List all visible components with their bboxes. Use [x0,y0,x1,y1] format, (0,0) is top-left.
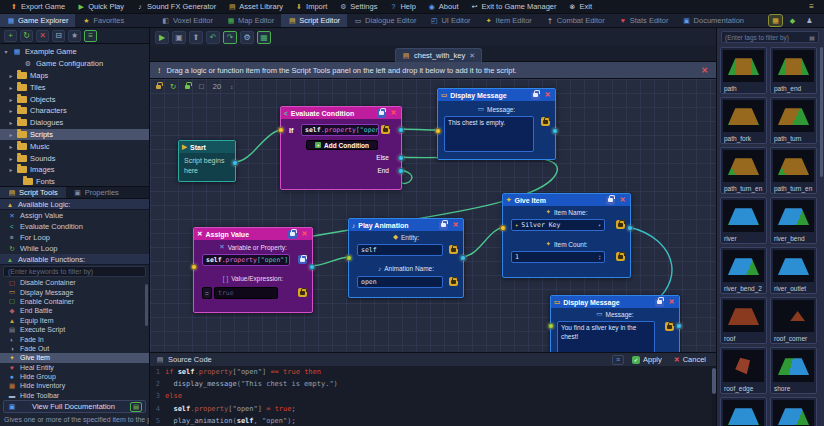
lock-node-button[interactable] [531,91,540,100]
tab-properties[interactable]: ▣ Properties [66,187,127,198]
expand-arrow-icon[interactable]: ▸ [8,96,14,103]
function-list-scrollbar[interactable] [145,284,148,326]
display-message-node[interactable]: ▭ Display Message ✕ ▭ Message: This ches… [437,88,556,160]
delete-node-button[interactable]: ✕ [667,298,676,307]
expand-arrow-icon[interactable]: ▸ [8,107,14,114]
output-port[interactable] [232,160,238,166]
display-message-node[interactable]: ▭ Display Message ✕ ▭ Message: You find … [550,295,680,352]
tree-toolbar-button[interactable]: ≡ [84,30,97,42]
value-input[interactable]: true [214,287,278,299]
editor-tab[interactable]: ▭ Dialogue Editor [347,14,423,27]
input-port[interactable] [346,255,352,261]
editor-tab[interactable]: ✦ Item Editor [478,14,539,27]
function-item[interactable]: ▢ Disable Container [0,278,149,287]
tree-item[interactable]: ▾ ▦ Example Game [0,46,149,58]
function-item[interactable]: ◑ Fade Out [0,344,149,353]
logic-item[interactable]: < Evaluate Condition [0,221,149,232]
format-code-icon[interactable]: ≡ [612,355,624,365]
close-tab-icon[interactable]: ✕ [469,52,475,60]
workspace-tab[interactable]: ▦ Game Explorer [0,14,75,27]
source-code-editor[interactable]: 1 if self.property["open"] == true then … [150,366,711,426]
expand-arrow-icon[interactable]: ▸ [8,131,14,138]
function-item[interactable]: ▬ Hide Toolbar [0,391,149,399]
tree-toolbar-button[interactable]: + [4,30,17,42]
lock-field-button[interactable] [541,117,550,126]
toolbar-icon-button[interactable]: ▦ [769,15,782,26]
expand-arrow-icon[interactable]: ▸ [8,155,14,162]
input-port[interactable] [548,323,554,329]
message-text-input[interactable]: You find a silver key in the chest! [557,321,655,352]
lock-node-button[interactable] [439,221,448,230]
item-name-select[interactable]: ✦ Silver Key ▾ [511,219,605,231]
logic-item[interactable]: ≡ For Loop [0,232,149,243]
input-port[interactable] [435,128,441,134]
tree-item[interactable]: ▸ Images [0,164,149,176]
tree-item[interactable]: ▸ Dialogues [0,117,149,129]
condition-input[interactable]: self.property["open"]==t [301,124,379,136]
output-port[interactable] [309,264,315,270]
toolbar-icon-button[interactable]: ♟ [803,15,816,26]
editor-tab[interactable]: ◰ UI Editor [423,14,477,27]
menu-item[interactable]: ◉ About [422,0,465,13]
output-port[interactable] [460,255,466,261]
lock-field-button[interactable] [665,322,674,331]
function-item[interactable]: ♥ Heal Entity [0,363,149,372]
function-item[interactable]: ✦ Give Item [0,353,149,362]
grid-cell-icon[interactable]: □ [199,82,204,91]
editor-tab[interactable]: ◧ Voxel Editor [155,14,220,27]
tree-toolbar-button[interactable]: ★ [68,30,81,42]
code-scrollbar[interactable] [712,366,716,426]
lock-node-button[interactable] [288,230,297,239]
function-item[interactable]: ◐ Fade In [0,334,149,343]
asset-tile[interactable]: path [720,47,767,94]
script-file-tab[interactable]: ▤ chest_with_key ✕ [395,48,482,62]
tag-filter-input[interactable]: (Enter tags to filter by) ▤ [721,31,819,43]
canvas-toolbar-button[interactable]: ▶ [155,31,169,44]
canvas-toolbar-button[interactable]: ▦ [257,31,271,44]
function-item[interactable]: ▭ Display Message [0,287,149,296]
count-stepper[interactable]: ▴▾ [599,254,601,261]
function-item[interactable]: ◆ End Battle [0,306,149,315]
asset-tile[interactable]: river_bend [770,197,817,244]
lock-node-button[interactable] [377,109,386,118]
delete-node-button[interactable]: ✕ [300,230,309,239]
function-item[interactable]: ▲ Equip Item [0,316,149,325]
expand-arrow-icon[interactable]: ▸ [8,143,14,150]
entity-lock-icon[interactable] [156,85,161,89]
view-documentation-button[interactable]: ▣ View Full Documentation ▤ [3,400,146,413]
output-port[interactable] [676,323,682,329]
menu-item[interactable]: ⬇ Import [289,0,333,13]
add-condition-button[interactable]: + Add Condition [306,140,378,150]
asset-tile[interactable]: roof_edge [720,347,767,394]
lock-field-button[interactable] [449,277,458,286]
function-filter-input[interactable]: (Enter keywords to filter by) [3,266,146,277]
tree-toolbar-button[interactable]: ✕ [36,30,49,42]
menu-item[interactable]: ↩ Exit to Game Manager [464,0,562,13]
tree-item[interactable]: ▸ Objects [0,93,149,105]
tree-item[interactable]: Fonts [0,176,149,186]
editor-tab[interactable]: ▣ Documentation [676,14,751,27]
output-port[interactable] [552,128,558,134]
function-item[interactable]: ● Hide Group [0,372,149,381]
asset-tile[interactable]: river_bend_2 [720,247,767,294]
function-item[interactable]: ▤ Execute Script [0,325,149,334]
function-item[interactable]: ▢ Enable Container [0,297,149,306]
output-port[interactable] [627,225,633,231]
canvas-toolbar-button[interactable]: ⬆ [189,31,203,44]
logic-item[interactable]: ✕ Assign Value [0,210,149,221]
lock-field-button[interactable] [298,288,307,297]
grid-size-value[interactable]: 20 [213,82,221,91]
canvas-toolbar-button[interactable]: ▣ [172,31,186,44]
expand-arrow-icon[interactable]: ▸ [8,84,14,91]
input-port[interactable] [500,225,506,231]
menu-item[interactable]: ? Help [383,0,421,13]
menu-item[interactable]: ⊗ Exit [563,0,599,13]
menu-item[interactable]: ⬆ Export Game [4,0,71,13]
delete-node-button[interactable]: ✕ [451,221,460,230]
expand-arrow-icon[interactable]: ▸ [8,72,14,79]
tab-script-tools[interactable]: ▤ Script Tools [0,187,66,198]
canvas-toolbar-button[interactable]: ⚙ [240,31,254,44]
tree-item[interactable]: ▸ Maps [0,70,149,82]
toolbar-icon-button[interactable]: ◆ [786,15,799,26]
canvas-toolbar-button[interactable]: ↶ [206,31,220,44]
